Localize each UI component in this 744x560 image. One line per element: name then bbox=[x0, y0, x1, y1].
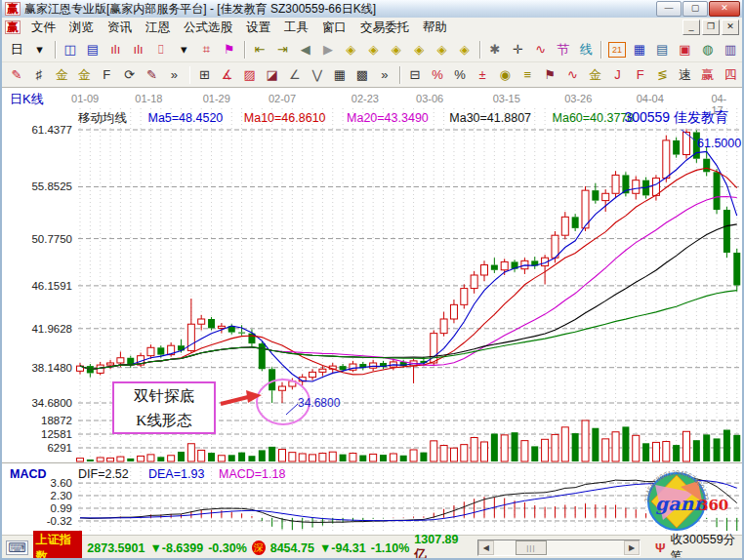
shaded-box-icon[interactable]: ◪ bbox=[262, 63, 283, 87]
angle-line-icon[interactable]: ∠ bbox=[284, 63, 306, 87]
gold-angle-icon[interactable]: ≶ bbox=[652, 63, 674, 87]
marker-tool-icon[interactable]: ✎ bbox=[141, 63, 162, 87]
price-axis-label-50.775: 50.7750 bbox=[2, 233, 72, 245]
speed-line-icon[interactable]: 速 bbox=[675, 63, 696, 87]
report-icon[interactable]: ⌗ bbox=[195, 38, 217, 61]
gold-circle-icon[interactable]: ◉ bbox=[494, 63, 516, 87]
menu-item-5[interactable]: 设置 bbox=[239, 19, 277, 36]
mdi-restore-button[interactable]: ❐ bbox=[702, 20, 720, 35]
menu-item-0[interactable]: 文件 bbox=[24, 19, 62, 36]
festival-tool-icon[interactable]: 节 bbox=[553, 38, 574, 61]
data-transfer-icon[interactable]: ▥ bbox=[720, 38, 741, 61]
calendar-21-icon[interactable]: 21 bbox=[608, 42, 625, 58]
percent-retrace-icon[interactable]: % bbox=[427, 63, 448, 87]
x-axis-label-03-15: 03-15 bbox=[493, 93, 520, 104]
price-axis-label-34.68: 34.6800 bbox=[2, 397, 72, 409]
j-line-icon[interactable]: J bbox=[607, 63, 629, 87]
web-sync-icon[interactable]: ◍ bbox=[697, 38, 719, 61]
menu-item-7[interactable]: 窗口 bbox=[315, 19, 353, 36]
square-grid-icon[interactable]: ▦ bbox=[329, 63, 351, 87]
gold-grid-icon[interactable]: 金 bbox=[51, 63, 72, 87]
fan-box-icon[interactable]: ▨ bbox=[239, 63, 261, 87]
macd-panel-label: MACD bbox=[10, 467, 47, 481]
box-select-icon[interactable]: ⊞ bbox=[193, 63, 215, 87]
hist-panel-icon[interactable]: ⊟ bbox=[404, 63, 426, 87]
candle-dropdown-arrow[interactable]: ▾ bbox=[173, 38, 194, 61]
hand-pan-icon[interactable]: ✱ bbox=[484, 38, 506, 61]
low-price-label: 34.6800 bbox=[298, 396, 340, 410]
bars-9-icon[interactable]: ılı bbox=[127, 38, 148, 61]
horizontal-scrollbar[interactable]: ◀ ||| ▶ bbox=[477, 540, 641, 556]
price-axis-label-38.148: 38.1480 bbox=[2, 362, 72, 374]
gann-compress-diamond-icon[interactable]: ◈ bbox=[408, 38, 430, 61]
maximize-button[interactable]: ▢ bbox=[682, 1, 708, 17]
sz-index-icon[interactable]: 深 bbox=[252, 540, 266, 555]
zoom-in-diamond-icon[interactable]: ◈ bbox=[454, 38, 475, 61]
gann-expand-diamond-icon[interactable]: ◈ bbox=[386, 38, 407, 61]
scrollbar-thumb[interactable]: ||| bbox=[516, 540, 547, 555]
spiral-tool-icon[interactable]: ⟳ bbox=[118, 63, 140, 87]
period-day-selector[interactable]: 日 bbox=[6, 38, 27, 61]
f10-info-icon[interactable]: ▤ bbox=[82, 38, 103, 61]
percent-icon[interactable]: % bbox=[449, 63, 471, 87]
keyboard-icon[interactable]: ⌨ bbox=[6, 540, 28, 555]
crosshair-icon[interactable]: ✛ bbox=[507, 38, 528, 61]
brush-tool-icon[interactable]: ✎ bbox=[6, 63, 27, 87]
overflow-more-icon[interactable]: » bbox=[163, 63, 185, 87]
menu-item-9[interactable]: 帮助 bbox=[416, 19, 454, 36]
sh-index-badge[interactable]: 上证指数 bbox=[33, 531, 83, 560]
color-flag-icon[interactable]: ⚑ bbox=[219, 38, 240, 61]
chart-area[interactable]: 日K线 01-0901-1801-2902-0702-2303-0603-150… bbox=[2, 88, 744, 535]
pattern-search-icon[interactable]: ∿ bbox=[529, 38, 551, 61]
gold-section-icon[interactable]: 金 bbox=[584, 63, 605, 87]
scroll-left-arrow[interactable]: ◀ bbox=[478, 540, 494, 555]
winner-line-icon[interactable]: 赢 bbox=[697, 63, 719, 87]
save-icon[interactable]: ▣ bbox=[674, 38, 695, 61]
notes-icon[interactable]: ▤ bbox=[651, 38, 673, 61]
minimize-button[interactable]: — bbox=[656, 1, 682, 17]
gann-right-diamond-icon[interactable]: ◈ bbox=[362, 38, 384, 61]
toolbar-separator bbox=[189, 66, 191, 84]
scroll-right-arrow[interactable]: ▶ bbox=[624, 540, 640, 555]
grid-tool-icon[interactable]: ♯ bbox=[28, 63, 50, 87]
toolbar-separator bbox=[479, 41, 481, 59]
hex-grid-icon[interactable]: ▩ bbox=[351, 63, 373, 87]
period-dropdown-arrow[interactable]: ▾ bbox=[28, 38, 50, 61]
macd-axis-label-2.3: 2.30 bbox=[2, 490, 72, 501]
prev-bar-icon[interactable]: ◀ bbox=[295, 38, 316, 61]
gann-fan-icon[interactable]: ∡ bbox=[217, 63, 238, 87]
menu-item-6[interactable]: 工具 bbox=[277, 19, 315, 36]
menu-item-2[interactable]: 资讯 bbox=[101, 19, 139, 36]
menu-item-1[interactable]: 浏览 bbox=[62, 19, 101, 36]
candle-style-icon[interactable]: ⌷ bbox=[150, 38, 172, 61]
window-title: 赢家江恩专业版[赢家内部服务平台] - [佳发教育 SZ300559-66日K线… bbox=[24, 1, 656, 18]
four-line-icon[interactable]: 四 bbox=[720, 63, 741, 87]
f-line-icon[interactable]: F bbox=[630, 63, 651, 87]
calculator-icon[interactable]: ▦ bbox=[629, 38, 650, 61]
menu-item-8[interactable]: 交易委托 bbox=[353, 19, 416, 36]
zoom-out-diamond-icon[interactable]: ◈ bbox=[431, 38, 452, 61]
close-button[interactable]: ✕ bbox=[709, 1, 740, 17]
mdi-close-button[interactable]: ✕ bbox=[722, 20, 739, 35]
chart-window-icon[interactable]: ◫ bbox=[60, 38, 81, 61]
last-bar-icon[interactable]: ⇥ bbox=[271, 38, 293, 61]
bars-3-icon[interactable]: ılı bbox=[104, 38, 126, 61]
flag-line-icon[interactable]: ⚑ bbox=[539, 63, 560, 87]
zigzag-icon[interactable]: ⋁ bbox=[307, 63, 328, 87]
line-style-icon[interactable]: 线 bbox=[575, 38, 597, 61]
gold-lines-icon[interactable]: ≡ bbox=[517, 63, 538, 87]
fibonacci-grid-icon[interactable]: F bbox=[96, 63, 117, 87]
menu-item-4[interactable]: 公式选股 bbox=[177, 19, 239, 36]
title-bar: 赢 赢家江恩专业版[赢家内部服务平台] - [佳发教育 SZ300559-66日… bbox=[2, 0, 742, 19]
menu-item-3[interactable]: 江恩 bbox=[139, 19, 177, 36]
macd-axis-label--0.32: -0.32 bbox=[2, 515, 72, 527]
overflow-more2-icon[interactable]: » bbox=[374, 63, 395, 87]
wave-tool-icon[interactable]: ∿ bbox=[561, 63, 583, 87]
gann-left-diamond-icon[interactable]: ◈ bbox=[340, 38, 361, 61]
menu-logo-icon: 赢 bbox=[5, 20, 21, 34]
percent-line-icon[interactable]: ± bbox=[472, 63, 493, 87]
next-bar-icon[interactable]: ▶ bbox=[317, 38, 339, 61]
mdi-minimize-button[interactable]: _ bbox=[682, 20, 700, 35]
first-bar-icon[interactable]: ⇤ bbox=[249, 38, 270, 61]
gold-grid2-icon[interactable]: 金 bbox=[73, 63, 95, 87]
